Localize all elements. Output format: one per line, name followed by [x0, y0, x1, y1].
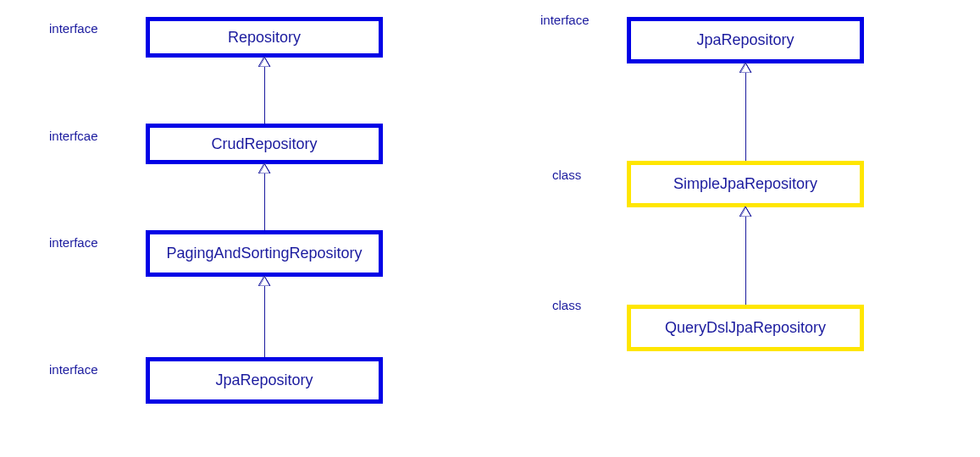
box-query-dsl-jpa-repository: QueryDslJpaRepository: [627, 305, 864, 351]
stereotype-label: interface: [49, 362, 98, 377]
box-jpa-repository-right: JpaRepository: [627, 17, 864, 63]
stereotype-label: interface: [49, 235, 98, 250]
svg-marker-1: [258, 163, 270, 173]
stereotype-label: interfcae: [49, 129, 98, 143]
stereotype-label: class: [552, 168, 581, 182]
box-crud-repository: CrudRepository: [146, 124, 383, 164]
stereotype-label: interface: [49, 21, 98, 36]
inheritance-arrow: [264, 164, 265, 230]
box-label: QueryDslJpaRepository: [665, 319, 826, 337]
box-simple-jpa-repository: SimpleJpaRepository: [627, 161, 864, 207]
box-label: CrudRepository: [211, 135, 317, 153]
box-label: JpaRepository: [215, 372, 313, 389]
stereotype-label: class: [552, 298, 581, 312]
svg-marker-3: [739, 63, 751, 73]
box-label: PagingAndSortingRepository: [166, 245, 362, 262]
box-label: SimpleJpaRepository: [673, 175, 817, 193]
box-label: Repository: [228, 29, 301, 47]
box-repository: Repository: [146, 17, 383, 58]
stereotype-label: interface: [540, 13, 590, 27]
inheritance-arrow: [264, 58, 265, 124]
svg-marker-2: [258, 276, 270, 286]
inheritance-arrow: [745, 63, 746, 161]
svg-marker-4: [739, 206, 751, 217]
box-jpa-repository: JpaRepository: [146, 357, 383, 404]
box-label: JpaRepository: [696, 31, 794, 49]
box-paging-sorting-repository: PagingAndSortingRepository: [146, 230, 383, 277]
inheritance-arrow: [745, 207, 746, 305]
inheritance-arrow: [264, 277, 265, 357]
svg-marker-0: [258, 57, 270, 67]
